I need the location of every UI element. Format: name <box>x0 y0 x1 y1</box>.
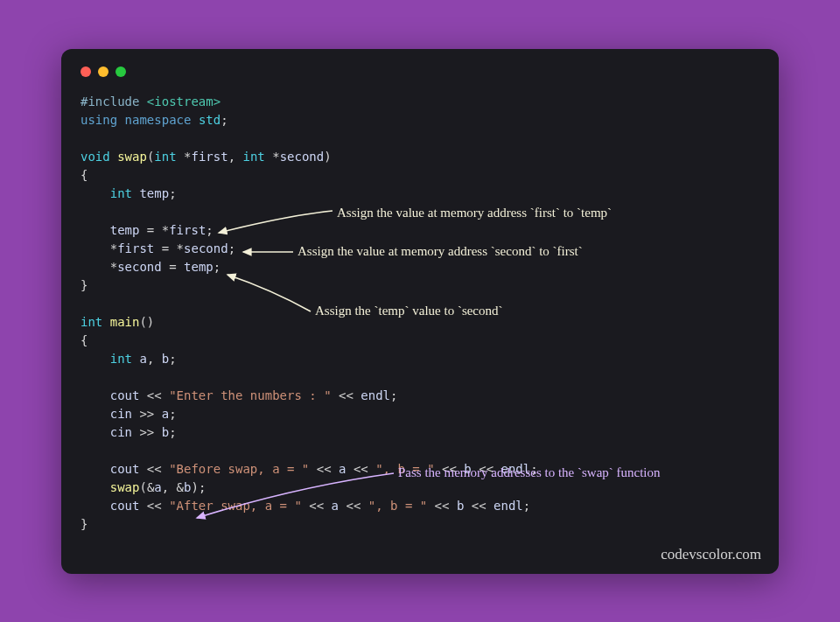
close-icon <box>80 66 91 77</box>
call-swap: swap <box>110 480 140 494</box>
watermark: codevscolor.com <box>661 546 761 563</box>
function-swap: swap <box>117 150 147 164</box>
annotation-temp-first: Assign the value at memory address `firs… <box>337 205 612 222</box>
keyword-using: using <box>80 113 125 127</box>
string-literal: "Enter the numbers : " <box>169 388 331 402</box>
function-main: main <box>110 315 140 329</box>
minimize-icon <box>98 66 108 77</box>
param-first: first <box>191 150 228 164</box>
type-int: int <box>80 315 110 329</box>
annotation-first-second: Assign the value at memory address `seco… <box>298 243 583 261</box>
keyword-namespace: namespace <box>125 113 199 127</box>
namespace-std: std <box>199 113 220 127</box>
annotation-swap-call: Pass the memory addresses to the `swap` … <box>398 465 661 482</box>
cin: cin <box>110 407 132 421</box>
code-window: #include <iostream> using namespace std;… <box>61 49 779 574</box>
annotation-second-temp: Assign the `temp` value to `second` <box>315 303 503 320</box>
maximize-icon <box>116 66 126 77</box>
param-second: second <box>280 150 325 164</box>
var-temp: temp <box>139 186 169 200</box>
cout: cout <box>110 388 140 402</box>
window-controls <box>80 66 760 77</box>
type-void: void <box>80 150 117 164</box>
include-path: <iostream> <box>147 94 220 108</box>
preprocessor: #include <box>80 94 147 108</box>
var-a: a <box>139 352 146 366</box>
var-b: b <box>162 352 169 366</box>
